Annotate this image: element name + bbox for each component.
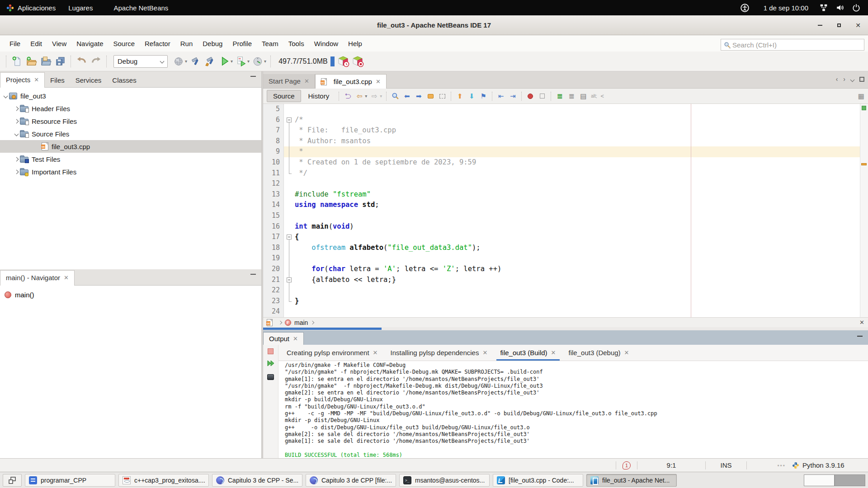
close-icon[interactable]: ✕: [624, 349, 629, 356]
python-runtime[interactable]: Python 3.9.16: [790, 461, 868, 469]
close-icon[interactable]: ✕: [293, 335, 298, 342]
menu-help[interactable]: Help: [343, 38, 367, 50]
tab-services[interactable]: Services: [70, 73, 107, 87]
minimize-panel-icon[interactable]: [250, 274, 256, 275]
rerun-icon[interactable]: [267, 360, 274, 368]
taskbar-window-programar-cpp[interactable]: programar_CPP: [25, 474, 115, 487]
code-line[interactable]: 8 * Author: msantos: [263, 136, 860, 147]
code-line[interactable]: 14using namespace std;: [263, 200, 860, 211]
quick-search[interactable]: [721, 39, 864, 51]
last-edit-icon[interactable]: ⮌: [342, 91, 353, 102]
stop-macro-icon[interactable]: [537, 91, 547, 102]
clean-build-project-button[interactable]: [203, 54, 217, 69]
code-line[interactable]: 5: [263, 104, 860, 115]
debug-dropdown-icon[interactable]: ▾: [247, 59, 250, 64]
code-line[interactable]: 12: [263, 178, 860, 189]
debug-project-button[interactable]: [234, 54, 248, 69]
find-previous-icon[interactable]: ⬅: [401, 91, 412, 102]
scroll-tabs-right-icon[interactable]: ›: [843, 75, 845, 83]
minimize-panel-icon[interactable]: [250, 76, 256, 77]
code-line[interactable]: 11 */: [263, 168, 860, 179]
tab-files[interactable]: Files: [45, 73, 70, 87]
fold-collapse-icon[interactable]: [287, 277, 292, 282]
editor-grid-icon[interactable]: ▦: [858, 92, 864, 100]
current-app-menu[interactable]: Apache NetBeans: [107, 0, 175, 15]
record-macro-icon[interactable]: [525, 91, 536, 102]
horizontal-scrollbar[interactable]: [263, 327, 868, 330]
code-line[interactable]: 9 *: [263, 146, 860, 157]
clock[interactable]: 1 de sep 10:00: [757, 4, 815, 12]
tree-item-project[interactable]: file_out3: [0, 89, 261, 102]
code-line[interactable]: 23}: [263, 296, 860, 307]
menu-team[interactable]: Team: [257, 38, 283, 50]
fold-margin[interactable]: [284, 275, 295, 286]
toggle-bookmark-icon[interactable]: ⚑: [478, 91, 489, 102]
close-icon[interactable]: ✕: [304, 78, 309, 84]
rectangular-selection-icon[interactable]: [437, 91, 448, 102]
tree-item-important-files[interactable]: Important Files: [0, 165, 261, 178]
toggle-highlight-icon[interactable]: [425, 91, 436, 102]
save-all-button[interactable]: [53, 54, 67, 69]
code-line[interactable]: 15: [263, 211, 860, 221]
new-file-button[interactable]: [9, 54, 24, 69]
taskbar-window-terminal[interactable]: msantos@asus-centos...: [399, 474, 490, 487]
tab-creating-pylsp[interactable]: Creating pylsp environment✕: [280, 345, 384, 361]
stop-process-icon[interactable]: [268, 348, 274, 354]
menu-refactor[interactable]: Refactor: [140, 38, 175, 50]
code-line[interactable]: 22: [263, 285, 860, 296]
new-project-button[interactable]: [24, 54, 38, 69]
expand-icon[interactable]: [13, 120, 20, 123]
insert-code-icon[interactable]: ▤: [578, 91, 589, 102]
build-console[interactable]: /usr/bin/gmake -f Makefile CONF=Debug"/u…: [278, 361, 868, 458]
history-view-button[interactable]: History: [302, 90, 336, 102]
fold-margin[interactable]: [284, 232, 295, 243]
no-errors-indicator[interactable]: [862, 106, 866, 110]
tab-file-out3-build[interactable]: file_out3 (Build)✕: [494, 345, 562, 361]
tab-classes[interactable]: Classes: [107, 73, 142, 87]
project-config-icon[interactable]: [171, 54, 186, 69]
menu-run[interactable]: Run: [175, 38, 198, 50]
minimize-output-icon[interactable]: [857, 336, 863, 337]
taskbar-window-document[interactable]: c++cap3_prog_exitosa....: [118, 474, 209, 487]
tab-installing-pylsp[interactable]: Installing pylsp dependencies✕: [384, 345, 494, 361]
places-menu[interactable]: Lugares: [62, 0, 99, 15]
network-icon[interactable]: [816, 4, 831, 12]
workspace-2[interactable]: [835, 474, 865, 486]
workspace-1[interactable]: [804, 474, 835, 486]
code-line[interactable]: 6/*: [263, 115, 860, 126]
code-line[interactable]: 19: [263, 253, 860, 264]
memory-meter[interactable]: 497.7/751.0MB: [278, 56, 335, 66]
tab-projects[interactable]: Projects✕: [0, 72, 45, 88]
code-line[interactable]: 18 ofstream alfabeto("file_out_data3.dat…: [263, 243, 860, 253]
code-line[interactable]: 24: [263, 306, 860, 317]
tab-file-out3-debug[interactable]: file_out3 (Debug)✕: [562, 345, 636, 361]
run-dropdown-icon[interactable]: ▾: [231, 59, 233, 64]
close-icon[interactable]: ✕: [482, 349, 487, 356]
find-next-icon[interactable]: ➡: [413, 91, 424, 102]
minimize-button[interactable]: [816, 22, 824, 29]
taskbar-window-netbeans[interactable]: file_out3 - Apache Net...: [586, 474, 677, 487]
code-line[interactable]: 10 * Created on 1 de septiembre de 2023,…: [263, 157, 860, 168]
tab-navigator[interactable]: main() - Navigator✕: [0, 270, 75, 286]
close-icon[interactable]: ✕: [376, 78, 381, 85]
forward-icon[interactable]: ⇨: [369, 91, 380, 102]
comment-icon[interactable]: ≣: [554, 91, 565, 102]
close-icon[interactable]: ✕: [64, 274, 69, 281]
close-icon[interactable]: ✕: [373, 349, 378, 356]
expand-icon[interactable]: [13, 170, 20, 174]
expand-icon[interactable]: [13, 107, 20, 110]
taskbar-window-browser-2[interactable]: Capitulo 3 de CPP [file:...: [306, 474, 396, 487]
maximize-editor-icon[interactable]: [859, 77, 864, 82]
accessibility-icon[interactable]: [734, 4, 755, 12]
tree-item-header-files[interactable]: Header Files: [0, 102, 261, 115]
navigator-item-main[interactable]: main(): [0, 288, 261, 301]
shift-left-icon[interactable]: ⇤: [495, 91, 506, 102]
error-stripe[interactable]: [860, 104, 868, 317]
terminal-icon[interactable]: [267, 374, 274, 380]
open-project-button[interactable]: [38, 54, 53, 69]
breadcrumb-item[interactable]: main: [294, 319, 308, 326]
back-icon[interactable]: ⇦: [354, 91, 365, 102]
insert-mode[interactable]: INS: [706, 461, 746, 469]
source-view-button[interactable]: Source: [267, 90, 301, 102]
power-icon[interactable]: [849, 4, 863, 12]
